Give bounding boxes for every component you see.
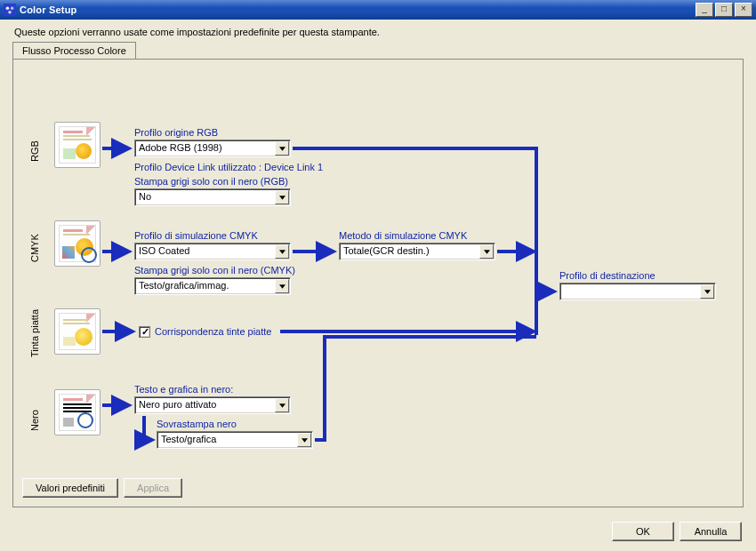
- select-value: Nero puro attivato: [139, 399, 216, 410]
- label-black-text: Testo e grafica in nero:: [134, 384, 233, 395]
- close-button[interactable]: ×: [735, 3, 752, 17]
- app-icon: [4, 4, 16, 16]
- label-rgb-devicelink: Profilo Device Link utilizzato : Device …: [134, 162, 323, 172]
- chevron-down-icon: [275, 279, 289, 293]
- maximize-button[interactable]: □: [715, 3, 733, 17]
- black-icon: [54, 389, 101, 435]
- subheader-text: Queste opzioni verranno usate come impos…: [0, 20, 756, 41]
- svg-point-1: [6, 7, 10, 11]
- label-spot-match: Corrispondenza tinte piatte: [155, 326, 271, 337]
- rgb-icon: [54, 122, 101, 168]
- chevron-down-icon: [479, 244, 494, 259]
- label-cmyk-sim: Profilo di simulazione CMYK: [134, 230, 258, 241]
- select-value: No: [139, 191, 151, 202]
- svg-point-2: [11, 7, 14, 11]
- cancel-button[interactable]: Annulla: [680, 522, 742, 541]
- select-value: Totale(GCR destin.): [343, 245, 430, 256]
- select-black-over[interactable]: Testo/grafica: [157, 431, 313, 449]
- section-label-cmyk: CMYK: [29, 234, 40, 262]
- select-rgb-gray[interactable]: No: [134, 188, 291, 206]
- label-rgb-source: Profilo origine RGB: [134, 127, 218, 138]
- svg-point-3: [8, 11, 12, 14]
- label-dest: Profilo di destinazione: [559, 270, 655, 281]
- defaults-button[interactable]: Valori predefiniti: [22, 478, 118, 498]
- label-rgb-gray: Stampa grigi solo con il nero (RGB): [134, 176, 288, 187]
- select-rgb-source[interactable]: Adobe RGB (1998): [134, 140, 291, 157]
- checkbox-spot-match[interactable]: ✓: [139, 326, 150, 338]
- label-cmyk-gray: Stampa grigi solo con il nero (CMYK): [134, 265, 295, 276]
- chevron-down-icon: [275, 398, 289, 412]
- cmyk-icon: [54, 220, 101, 267]
- select-value: Testo/grafica/immag.: [139, 280, 229, 291]
- select-value: Testo/grafica: [161, 434, 216, 444]
- section-label-rgb: RGB: [29, 140, 40, 162]
- chevron-down-icon: [275, 141, 289, 156]
- chevron-down-icon: [700, 284, 714, 299]
- section-label-black: Nero: [29, 410, 40, 431]
- dialog-button-row: OK Annulla: [0, 515, 756, 550]
- tab-label: Flusso Processo Colore: [22, 45, 126, 56]
- title-bar: Color Setup _ □ ×: [0, 0, 756, 20]
- chevron-down-icon: [297, 433, 311, 447]
- apply-button[interactable]: Applica: [124, 478, 182, 498]
- section-label-spot: Tinta piatta: [29, 309, 40, 357]
- minimize-button[interactable]: _: [696, 3, 713, 17]
- tab-panel: RGB CMYK Tinta piatta Nero: [12, 59, 744, 507]
- label-black-over: Sovrastampa nero: [157, 419, 237, 429]
- chevron-down-icon: [275, 244, 289, 259]
- select-cmyk-sim[interactable]: ISO Coated: [134, 243, 291, 260]
- svg-rect-0: [4, 4, 16, 16]
- select-value: ISO Coated: [139, 245, 189, 256]
- label-cmyk-method: Metodo di simulazione CMYK: [339, 230, 467, 241]
- select-dest[interactable]: [559, 283, 716, 300]
- select-value: Adobe RGB (1998): [139, 142, 222, 153]
- select-black-text[interactable]: Nero puro attivato: [134, 396, 291, 414]
- ok-button[interactable]: OK: [612, 522, 674, 541]
- select-cmyk-method[interactable]: Totale(GCR destin.): [339, 243, 495, 260]
- chevron-down-icon: [275, 190, 289, 204]
- check-icon: ✓: [141, 326, 149, 338]
- tab-color-process-flow[interactable]: Flusso Processo Colore: [12, 42, 136, 60]
- window-title: Color Setup: [20, 4, 696, 15]
- spot-icon: [54, 308, 101, 355]
- select-cmyk-gray[interactable]: Testo/grafica/immag.: [134, 277, 291, 295]
- tab-strip: Flusso Processo Colore: [0, 41, 756, 59]
